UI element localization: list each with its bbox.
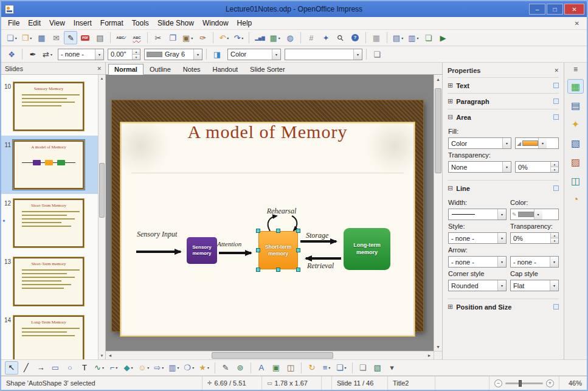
collapse-icon[interactable]: ⊟ [448, 184, 453, 192]
flowchart-icon[interactable]: ▥▾ [167, 361, 181, 375]
paste-icon[interactable]: ▣▾ [181, 31, 195, 44]
symbol-shapes-icon[interactable]: ☺▾ [136, 361, 151, 375]
line-width-select[interactable]: ▾ [448, 209, 507, 220]
spellcheck-icon[interactable]: ABC✓ [114, 31, 129, 44]
basic-shapes-icon[interactable]: ◆▾ [122, 361, 135, 375]
selection-handle[interactable] [296, 229, 300, 233]
chart-icon[interactable]: ▂▅▇ [253, 31, 266, 44]
dropdown-arrow-icon[interactable]: ▾ [131, 365, 133, 370]
fontwork-gallery-icon[interactable]: A [255, 361, 268, 375]
fill-type-select[interactable]: Color ▾ [448, 137, 511, 149]
ellipse-icon[interactable]: ○ [63, 361, 77, 375]
zoom-out-button[interactable]: − [494, 379, 502, 387]
document-close-icon[interactable]: ✕ [570, 20, 584, 27]
sensory-memory-box[interactable]: Sensory memory [187, 237, 217, 264]
help-icon[interactable]: ? [348, 31, 362, 44]
export-pdf-icon[interactable]: PDF [78, 31, 92, 44]
selection-handle[interactable] [256, 248, 260, 252]
dropdown-arrow-icon[interactable]: ▾ [353, 49, 362, 60]
scroll-down-icon[interactable]: ▼ [99, 352, 105, 359]
dropdown-arrow-icon[interactable]: ▾ [95, 49, 103, 60]
line-color-select[interactable]: Gray 6 ▾ [144, 49, 202, 60]
dropdown-arrow-icon[interactable]: ▾ [178, 365, 179, 370]
corner-style-select[interactable]: Rounded ▾ [448, 280, 507, 291]
spin-down-icon[interactable]: ▾ [551, 238, 558, 243]
dropdown-arrow-icon[interactable]: ▾ [417, 36, 418, 40]
dropdown-arrow-icon[interactable]: ▾ [227, 36, 229, 40]
block-arrows-icon[interactable]: ⇨▾ [152, 361, 165, 375]
curve-icon[interactable]: ∿▾ [92, 361, 106, 375]
gallery-icon[interactable]: ◫ [284, 361, 297, 375]
scroll-up-icon[interactable]: ▲ [434, 75, 442, 83]
menu-help[interactable]: Help [233, 18, 257, 29]
slide-thumbnail-13[interactable]: 13Short-Term memory [1, 252, 98, 311]
transparency-value-spinner[interactable]: 0% ▴▾ [515, 161, 559, 173]
dropdown-arrow-icon[interactable]: ▾ [534, 209, 542, 220]
arrow-end-select[interactable]: - none - ▾ [510, 256, 559, 268]
dropdown-arrow-icon[interactable]: ▾ [328, 365, 330, 370]
canvas-horizontal-scrollbar[interactable]: ◄ ► [106, 351, 434, 359]
menu-slide-show[interactable]: Slide Show [153, 18, 198, 29]
scrollbar-thumb[interactable] [435, 88, 441, 173]
area-fill-select[interactable]: ▾ [285, 49, 362, 60]
sidebar-gallery-tab-icon[interactable]: ◫ [567, 173, 584, 188]
line-transparency-spinner[interactable]: 0% ▴▾ [510, 232, 559, 244]
line-color-select[interactable]: ✎ ▾ [510, 209, 559, 220]
dropdown-arrow-icon[interactable]: ▾ [401, 36, 403, 40]
view-tab-slide-sorter[interactable]: Slide Sorter [244, 64, 291, 75]
dialog-launcher-icon[interactable] [553, 114, 559, 120]
scroll-left-icon[interactable]: ◄ [106, 351, 114, 359]
sidebar-properties-tab-icon[interactable]: ▦ [567, 79, 584, 94]
area-dialog-icon[interactable]: ◨ [210, 47, 224, 61]
dropdown-arrow-icon[interactable]: ▾ [278, 36, 280, 40]
edit-points-icon[interactable]: ✎ [219, 361, 232, 375]
line-arrow-end-icon[interactable]: → [34, 361, 47, 375]
copy-icon[interactable]: ❐ [166, 31, 179, 44]
selection-handle[interactable] [276, 268, 280, 272]
long-term-memory-box[interactable]: Long-term memory [344, 228, 390, 270]
glue-points-icon[interactable]: ⊚ [233, 361, 247, 375]
maximize-button[interactable]: □ [547, 4, 563, 15]
selection-handle[interactable] [296, 268, 300, 272]
dropdown-arrow-icon[interactable]: ▾ [162, 365, 164, 370]
view-tab-handout[interactable]: Handout [207, 64, 244, 75]
line-style-select[interactable]: - none - ▾ [58, 49, 104, 60]
sidebar-navigator-tab-icon[interactable]: ◔ [567, 192, 584, 207]
selection-handle[interactable] [296, 248, 300, 252]
line-icon[interactable]: ╱ [19, 361, 33, 375]
sidebar-styles-tab-icon[interactable]: ▨ [567, 154, 584, 169]
slide-thumbnail-11[interactable]: 11A model of Memory [1, 136, 98, 194]
spin-up-icon[interactable]: ▴ [551, 233, 558, 238]
label-storage[interactable]: Storage [306, 231, 328, 240]
dialog-launcher-icon[interactable] [553, 304, 559, 310]
navigator-icon[interactable]: ✦ [319, 31, 333, 44]
dropdown-arrow-icon[interactable]: ▾ [497, 233, 506, 243]
format-paintbrush-icon[interactable]: ✑ [196, 31, 209, 44]
edit-file-icon[interactable]: ✎ [64, 31, 77, 44]
text-icon[interactable]: T [78, 361, 91, 375]
alignment-icon[interactable]: ≡▾ [320, 361, 333, 375]
dropdown-arrow-icon[interactable]: ▾ [497, 280, 506, 291]
display-grid-icon[interactable]: ▦ [370, 31, 383, 44]
menu-tools[interactable]: Tools [128, 18, 153, 29]
label-attention[interactable]: Attention [217, 240, 241, 247]
close-button[interactable]: ✕ [564, 4, 584, 15]
menu-format[interactable]: Format [96, 18, 128, 29]
zoom-icon[interactable]: ⚲ [334, 31, 347, 44]
scrollbar-thumb[interactable] [212, 352, 333, 359]
dialog-launcher-icon[interactable] [553, 99, 559, 104]
dropdown-arrow-icon[interactable]: ▾ [15, 36, 17, 40]
dropdown-arrow-icon[interactable]: ▾ [147, 365, 149, 370]
canvas-vertical-scrollbar[interactable]: ▲ ▼ [434, 75, 442, 351]
expand-icon[interactable]: ⊞ [448, 81, 453, 89]
slide-thumbnail-12[interactable]: ✦12Short-Term Memory [1, 194, 98, 252]
insert-picture-icon[interactable]: ▣ [269, 361, 283, 375]
styles-and-formatting-icon[interactable]: ❖ [5, 47, 18, 61]
selection-handle[interactable] [256, 268, 260, 272]
slide-thumbnail-10[interactable]: 10Sensory Memory [1, 77, 98, 136]
arrow-start-select[interactable]: - none - ▾ [448, 256, 507, 268]
dropdown-arrow-icon[interactable]: ▾ [497, 257, 506, 267]
toolbar-options-icon[interactable]: ▾ [386, 361, 399, 375]
menu-edit[interactable]: Edit [24, 18, 45, 29]
section-header-area[interactable]: ⊟ Area [448, 109, 559, 125]
